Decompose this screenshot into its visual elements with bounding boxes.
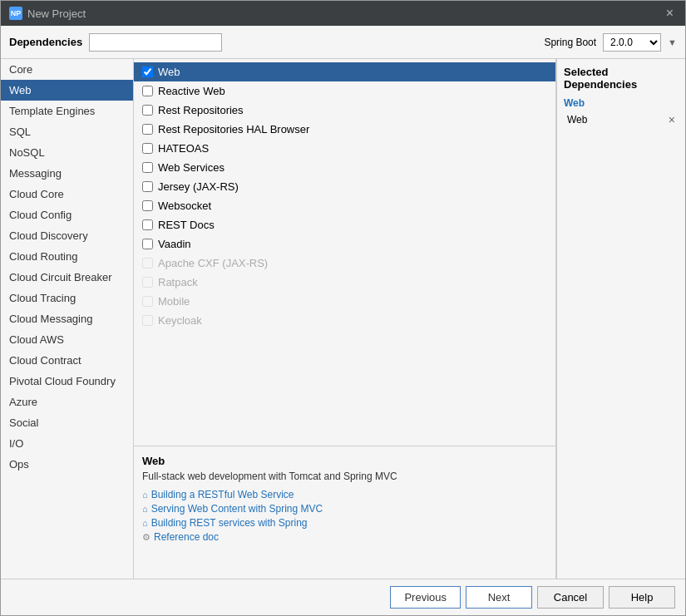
previous-button[interactable]: Previous xyxy=(390,586,461,609)
checkbox-jersey[interactable] xyxy=(142,181,153,192)
desc-link-anchor-ref-doc[interactable]: Reference doc xyxy=(154,531,219,543)
close-button[interactable]: × xyxy=(663,5,677,22)
sidebar-item-cloud-tracing[interactable]: Cloud Tracing xyxy=(1,288,133,308)
checkbox-item-vaadin[interactable]: Vaadin xyxy=(134,234,555,254)
checkbox-item-rest-docs[interactable]: REST Docs xyxy=(134,215,555,234)
sidebar-item-social[interactable]: Social xyxy=(1,412,133,433)
checkbox-label-web-services: Web Services xyxy=(158,161,225,174)
dialog-inner: Dependencies Spring Boot 2.0.0 1.5.x 2.1… xyxy=(1,26,685,615)
checkbox-keycloak[interactable] xyxy=(142,315,153,326)
home-icon: ⌂ xyxy=(142,518,148,528)
checkbox-label-rest-repositories: Rest Repositories xyxy=(158,104,244,116)
top-bar: Dependencies Spring Boot 2.0.0 1.5.x 2.1… xyxy=(1,26,685,59)
titlebar: NP New Project × xyxy=(1,1,685,26)
checkbox-rest-repos-hal[interactable] xyxy=(142,124,153,135)
checkbox-mobile[interactable] xyxy=(142,296,153,307)
app-icon: NP xyxy=(9,7,22,20)
dep-group-web: Web xyxy=(564,97,679,109)
checkbox-web[interactable] xyxy=(142,67,153,77)
dep-item-label: Web xyxy=(567,114,587,126)
desc-link-anchor-serving[interactable]: Serving Web Content with Spring MVC xyxy=(151,503,323,515)
cancel-button[interactable]: Cancel xyxy=(537,586,604,609)
checkbox-list: WebReactive WebRest RepositoriesRest Rep… xyxy=(134,59,555,446)
checkbox-rest-docs[interactable] xyxy=(142,219,153,230)
checkbox-reactive-web[interactable] xyxy=(142,86,153,96)
checkbox-ratpack[interactable] xyxy=(142,277,153,288)
checkbox-websocket[interactable] xyxy=(142,200,153,211)
dep-item-web: Web× xyxy=(564,112,679,127)
sidebar-item-cloud-core[interactable]: Cloud Core xyxy=(1,184,133,205)
checkbox-label-vaadin: Vaadin xyxy=(158,238,191,250)
sidebar-item-web[interactable]: Web xyxy=(1,80,133,101)
desc-links: ⌂Building a RESTful Web Service⌂Serving … xyxy=(142,489,547,543)
sidebar-item-cloud-config[interactable]: Cloud Config xyxy=(1,205,133,225)
sidebar-item-azure[interactable]: Azure xyxy=(1,392,133,412)
spring-boot-select[interactable]: 2.0.0 1.5.x 2.1.x xyxy=(603,33,661,52)
sidebar-item-cloud-contract[interactable]: Cloud Contract xyxy=(1,350,133,371)
sidebar-item-cloud-routing[interactable]: Cloud Routing xyxy=(1,246,133,267)
dependencies-label: Dependencies xyxy=(9,36,82,48)
sidebar-item-cloud-circuit-breaker[interactable]: Cloud Circuit Breaker xyxy=(1,267,133,288)
sidebar-item-pivotal-cloud-foundry[interactable]: Pivotal Cloud Foundry xyxy=(1,371,133,392)
help-button[interactable]: Help xyxy=(609,586,675,609)
checkbox-item-web-services[interactable]: Web Services xyxy=(134,158,555,177)
selected-deps-title: Selected Dependencies xyxy=(564,66,679,91)
sidebar-item-core[interactable]: Core xyxy=(1,59,133,80)
checkbox-label-keycloak: Keycloak xyxy=(158,314,202,327)
next-button[interactable]: Next xyxy=(466,586,532,609)
checkbox-web-services[interactable] xyxy=(142,162,153,173)
main-panel: CoreWebTemplate EnginesSQLNoSQLMessaging… xyxy=(1,59,685,579)
checkbox-label-apache-cxf: Apache CXF (JAX-RS) xyxy=(158,257,268,269)
button-bar: Previous Next Cancel Help xyxy=(1,579,685,615)
selected-dependencies: Selected Dependencies WebWeb× xyxy=(556,59,685,579)
checkbox-label-ratpack: Ratpack xyxy=(158,276,198,288)
desc-text: Full-stack web development with Tomcat a… xyxy=(142,471,547,482)
sidebar-item-template-engines[interactable]: Template Engines xyxy=(1,101,133,121)
sidebar-item-messaging[interactable]: Messaging xyxy=(1,163,133,184)
sidebar-item-sql[interactable]: SQL xyxy=(1,121,133,142)
checkbox-label-jersey: Jersey (JAX-RS) xyxy=(158,180,239,193)
checkbox-label-mobile: Mobile xyxy=(158,295,190,308)
sidebar-item-cloud-messaging[interactable]: Cloud Messaging xyxy=(1,308,133,329)
checkbox-rest-repositories[interactable] xyxy=(142,105,153,116)
checkbox-label-rest-docs: REST Docs xyxy=(158,219,215,231)
checkbox-item-ratpack[interactable]: Ratpack xyxy=(134,273,555,292)
dep-remove-button[interactable]: × xyxy=(669,114,675,126)
desc-link-serving: ⌂Serving Web Content with Spring MVC xyxy=(142,503,547,515)
sidebar-item-cloud-aws[interactable]: Cloud AWS xyxy=(1,329,133,350)
sidebar-item-nosql[interactable]: NoSQL xyxy=(1,142,133,163)
checkbox-item-reactive-web[interactable]: Reactive Web xyxy=(134,81,555,101)
checkbox-item-websocket[interactable]: Websocket xyxy=(134,196,555,215)
search-input[interactable] xyxy=(89,33,222,52)
checkbox-vaadin[interactable] xyxy=(142,239,153,249)
checkbox-hateoas[interactable] xyxy=(142,143,153,154)
checkbox-label-web: Web xyxy=(158,66,180,78)
dialog: NP New Project × Dependencies Spring Boo… xyxy=(0,0,686,616)
desc-link-restful: ⌂Building a RESTful Web Service xyxy=(142,489,547,500)
checkbox-apache-cxf[interactable] xyxy=(142,258,153,269)
sidebar-item-io[interactable]: I/O xyxy=(1,433,133,454)
checkbox-item-mobile[interactable]: Mobile xyxy=(134,292,555,311)
sidebar-item-ops[interactable]: Ops xyxy=(1,454,133,475)
checkbox-label-rest-repos-hal: Rest Repositories HAL Browser xyxy=(158,123,309,136)
sidebar-item-cloud-discovery[interactable]: Cloud Discovery xyxy=(1,225,133,246)
checkbox-item-apache-cxf[interactable]: Apache CXF (JAX-RS) xyxy=(134,254,555,273)
checkbox-item-rest-repos-hal[interactable]: Rest Repositories HAL Browser xyxy=(134,120,555,139)
home-icon: ⌂ xyxy=(142,504,148,514)
gear-icon: ⚙ xyxy=(142,532,151,543)
checkbox-item-jersey[interactable]: Jersey (JAX-RS) xyxy=(134,177,555,196)
desc-link-anchor-rest-services[interactable]: Building REST services with Spring xyxy=(151,517,308,529)
desc-title: Web xyxy=(142,455,547,467)
desc-link-ref-doc: ⚙Reference doc xyxy=(142,531,547,543)
titlebar-left: NP New Project xyxy=(9,7,86,20)
checkbox-item-hateoas[interactable]: HATEOAS xyxy=(134,139,555,158)
sidebar: CoreWebTemplate EnginesSQLNoSQLMessaging… xyxy=(1,59,134,579)
desc-link-rest-services: ⌂Building REST services with Spring xyxy=(142,517,547,529)
checkbox-label-websocket: Websocket xyxy=(158,200,211,212)
checkbox-item-keycloak[interactable]: Keycloak xyxy=(134,311,555,330)
home-icon: ⌂ xyxy=(142,490,148,500)
spring-boot-label: Spring Boot xyxy=(544,37,596,48)
checkbox-item-rest-repositories[interactable]: Rest Repositories xyxy=(134,101,555,120)
desc-link-anchor-restful[interactable]: Building a RESTful Web Service xyxy=(151,489,294,500)
checkbox-item-web[interactable]: Web xyxy=(134,62,555,81)
